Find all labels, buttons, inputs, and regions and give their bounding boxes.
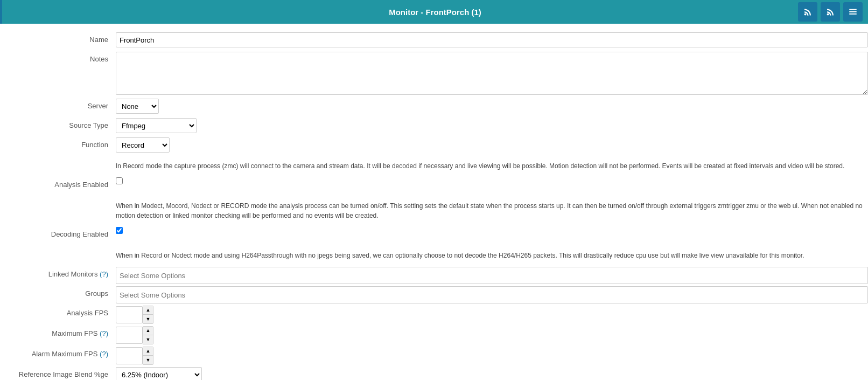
name-input[interactable] bbox=[116, 32, 868, 47]
server-select[interactable]: None bbox=[116, 99, 159, 114]
analysis-fps-up[interactable]: ▲ bbox=[143, 306, 153, 315]
function-label: Function bbox=[0, 137, 116, 149]
function-control: None Monitor Modect Record Mocord Nodect bbox=[116, 137, 868, 153]
source-type-label: Source Type bbox=[0, 118, 116, 129]
name-label: Name bbox=[0, 32, 116, 44]
analysis-enabled-description: When in Modect, Mocord, Nodect or RECORD… bbox=[116, 201, 868, 220]
source-type-select[interactable]: Ffmpeg Local Remote File VNC cURL bbox=[116, 118, 197, 133]
decoding-enabled-label: Decoding Enabled bbox=[0, 227, 116, 238]
analysis-enabled-checkbox[interactable] bbox=[116, 177, 123, 184]
alarm-maximum-fps-row: Alarm Maximum FPS (?) ▲ ▼ bbox=[0, 347, 868, 365]
analysis-fps-row: Analysis FPS ▲ ▼ bbox=[0, 306, 868, 324]
top-bar: Monitor - FrontPorch (1) bbox=[0, 0, 868, 24]
linked-monitors-label: Linked Monitors (?) bbox=[0, 267, 116, 278]
rss-icon-btn-2[interactable] bbox=[821, 2, 840, 22]
groups-row: Groups bbox=[0, 286, 868, 303]
maximum-fps-input[interactable] bbox=[116, 327, 143, 344]
maximum-fps-label: Maximum FPS (?) bbox=[0, 326, 116, 337]
function-row: Function None Monitor Modect Record Moco… bbox=[0, 137, 868, 155]
server-control: None bbox=[116, 99, 868, 114]
notes-textarea[interactable] bbox=[116, 52, 868, 95]
svg-rect-3 bbox=[849, 11, 857, 12]
maximum-fps-down[interactable]: ▼ bbox=[143, 335, 153, 344]
function-select[interactable]: None Monitor Modect Record Mocord Nodect bbox=[116, 137, 170, 153]
alarm-maximum-fps-down[interactable]: ▼ bbox=[143, 356, 153, 364]
function-description: In Record mode the capture process (zmc)… bbox=[116, 161, 868, 171]
analysis-enabled-control bbox=[116, 177, 868, 184]
analysis-fps-control: ▲ ▼ bbox=[116, 306, 868, 324]
reference-image-blend-select[interactable]: 6.25% (Indoor) 12.5% 25% 50% bbox=[116, 367, 202, 380]
maximum-fps-control: ▲ ▼ bbox=[116, 326, 868, 344]
alarm-maximum-fps-spinners: ▲ ▼ bbox=[143, 347, 153, 365]
function-desc-row: In Record mode the capture process (zmc)… bbox=[0, 157, 868, 175]
decoding-enabled-checkbox[interactable] bbox=[116, 227, 123, 234]
analysis-enabled-desc-block: When in Modect, Mocord, Nodect or RECORD… bbox=[116, 197, 868, 225]
analysis-fps-down[interactable]: ▼ bbox=[143, 315, 153, 323]
decoding-enabled-description: When in Record or Nodect mode and using … bbox=[116, 251, 868, 260]
svg-rect-4 bbox=[849, 13, 857, 15]
groups-control bbox=[116, 286, 868, 303]
maximum-fps-up[interactable]: ▲ bbox=[143, 327, 153, 335]
reference-image-blend-label: Reference Image Blend %ge bbox=[0, 367, 116, 378]
alarm-maximum-fps-input[interactable] bbox=[116, 347, 143, 364]
groups-label: Groups bbox=[0, 286, 116, 298]
rss-icon-btn-1[interactable] bbox=[798, 2, 817, 22]
linked-monitors-help[interactable]: (?) bbox=[100, 270, 108, 278]
name-row: Name bbox=[0, 32, 868, 50]
maximum-fps-spinners: ▲ ▼ bbox=[143, 326, 153, 344]
main-form: Name Notes Server None Source Type Ffmpe… bbox=[0, 24, 868, 380]
analysis-enabled-label: Analysis Enabled bbox=[0, 177, 116, 189]
name-control bbox=[116, 32, 868, 47]
notes-row: Notes bbox=[0, 52, 868, 96]
alarm-maximum-fps-control: ▲ ▼ bbox=[116, 347, 868, 365]
maximum-fps-help[interactable]: (?) bbox=[100, 329, 108, 337]
function-desc-block: In Record mode the capture process (zmc)… bbox=[116, 157, 868, 175]
svg-point-0 bbox=[804, 13, 807, 16]
reference-image-blend-row: Reference Image Blend %ge 6.25% (Indoor)… bbox=[0, 367, 868, 380]
page-title: Monitor - FrontPorch (1) bbox=[389, 8, 481, 17]
reference-image-blend-control: 6.25% (Indoor) 12.5% 25% 50% bbox=[116, 367, 868, 380]
server-row: Server None bbox=[0, 99, 868, 116]
analysis-fps-input[interactable] bbox=[116, 306, 143, 323]
analysis-fps-spinners: ▲ ▼ bbox=[143, 306, 153, 324]
decoding-enabled-row: Decoding Enabled bbox=[0, 227, 868, 244]
alarm-maximum-fps-up[interactable]: ▲ bbox=[143, 347, 153, 356]
maximum-fps-row: Maximum FPS (?) ▲ ▼ bbox=[0, 326, 868, 344]
alarm-maximum-fps-label: Alarm Maximum FPS (?) bbox=[0, 347, 116, 358]
decoding-enabled-desc-block: When in Record or Nodect mode and using … bbox=[116, 246, 868, 265]
decoding-enabled-desc-row: When in Record or Nodect mode and using … bbox=[0, 246, 868, 265]
analysis-enabled-desc-row: When in Modect, Mocord, Nodect or RECORD… bbox=[0, 197, 868, 225]
linked-monitors-input[interactable] bbox=[116, 267, 868, 284]
analysis-enabled-row: Analysis Enabled bbox=[0, 177, 868, 195]
linked-monitors-control bbox=[116, 267, 868, 284]
notes-label: Notes bbox=[0, 52, 116, 63]
notes-control bbox=[116, 52, 868, 96]
svg-rect-2 bbox=[849, 9, 857, 10]
alarm-maximum-fps-help[interactable]: (?) bbox=[100, 350, 108, 358]
source-type-row: Source Type Ffmpeg Local Remote File VNC… bbox=[0, 118, 868, 135]
groups-input[interactable] bbox=[116, 286, 868, 303]
linked-monitors-row: Linked Monitors (?) bbox=[0, 267, 868, 284]
server-label: Server bbox=[0, 99, 116, 110]
top-bar-icons bbox=[798, 2, 863, 22]
analysis-fps-label: Analysis FPS bbox=[0, 306, 116, 317]
decoding-enabled-control bbox=[116, 227, 868, 234]
source-type-control: Ffmpeg Local Remote File VNC cURL bbox=[116, 118, 868, 133]
list-icon-btn[interactable] bbox=[843, 2, 863, 22]
svg-point-1 bbox=[827, 13, 829, 16]
